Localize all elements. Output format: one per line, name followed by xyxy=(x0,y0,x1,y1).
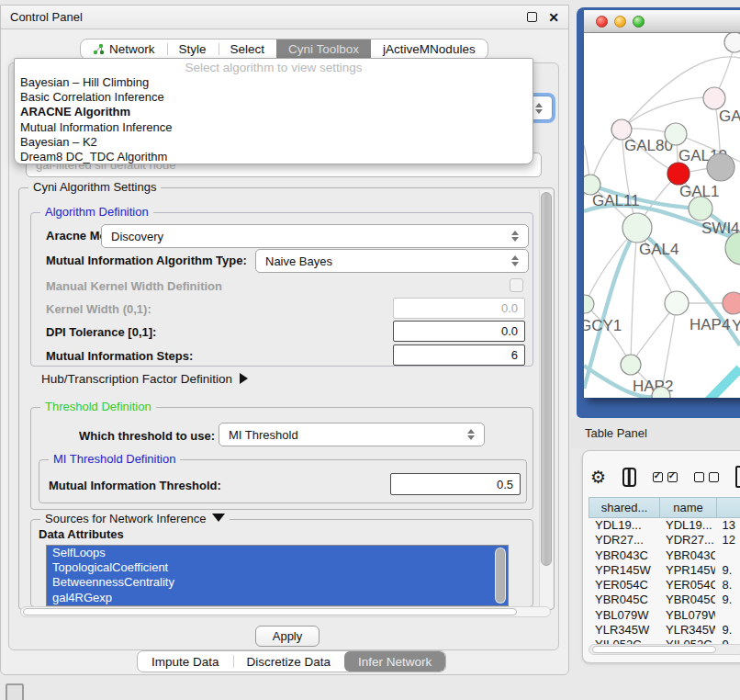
table-cell[interactable]: YDL19... xyxy=(589,518,659,533)
dropdown-placeholder: Select algorithm to view settings xyxy=(15,60,533,75)
table-cell[interactable]: YBR045C xyxy=(589,593,659,607)
table-cell[interactable]: YLR345W xyxy=(589,623,659,638)
attribute-list-item[interactable]: SelfLoops xyxy=(47,546,508,560)
network-node[interactable] xyxy=(723,292,740,314)
tab-impute-data[interactable]: Impute Data xyxy=(138,651,233,672)
table-cell[interactable]: 13 xyxy=(715,518,740,533)
network-node[interactable] xyxy=(584,295,594,313)
table-cell[interactable]: YER054C xyxy=(659,578,715,593)
gear-icon[interactable]: ⚙ xyxy=(590,469,606,486)
table-cell[interactable]: YBL079W xyxy=(659,608,715,623)
column-header-shared-name[interactable]: shared... xyxy=(589,497,659,518)
settings-vscrollbar[interactable] xyxy=(539,190,553,608)
tab-network[interactable]: Network xyxy=(81,40,167,59)
tab-style[interactable]: Style xyxy=(167,40,219,59)
column-header-partial[interactable] xyxy=(716,497,740,518)
table-row[interactable]: YBR043CYBR043C xyxy=(589,548,740,563)
table-cell[interactable]: YPR145W xyxy=(589,563,659,578)
columns-icon[interactable] xyxy=(622,468,636,487)
table-row[interactable]: YBL079WYBL079W xyxy=(589,608,740,623)
list-vscrollbar[interactable] xyxy=(495,548,506,604)
mi-steps-label: Mutual Information Steps: xyxy=(46,349,193,363)
table-cell[interactable]: YBR043C xyxy=(589,548,659,563)
tab-jactivemnodules[interactable]: jActiveMNodules xyxy=(371,40,488,59)
dropdown-item[interactable]: Dream8 DC_TDC Algorithm xyxy=(15,150,533,164)
dropdown-item[interactable]: ARACNE Algorithm xyxy=(15,105,533,119)
table-row[interactable]: YPR145WYPR145W9. xyxy=(589,563,740,578)
table-cell[interactable] xyxy=(715,548,740,563)
manual-kernel-checkbox[interactable] xyxy=(510,278,523,292)
table-cell[interactable]: 9. xyxy=(715,563,740,578)
collapsed-panel-icon[interactable] xyxy=(6,683,24,700)
dropdown-item[interactable]: Bayesian – Hill Climbing xyxy=(15,75,533,90)
dropdown-item[interactable]: Mutual Information Inference xyxy=(15,120,533,135)
table-panel-bar: Table Panel xyxy=(571,418,740,448)
hub-definition-expander[interactable]: Hub/Transcription Factor Definition xyxy=(41,372,248,386)
mi-steps-field[interactable]: 6 xyxy=(393,344,525,366)
close-icon[interactable]: ✕ xyxy=(548,11,559,24)
network-node-label: GAL1 xyxy=(679,183,719,200)
kernel-width-field[interactable]: 0.0 xyxy=(393,298,525,319)
table-row[interactable]: YLR345WYLR345W9. xyxy=(589,623,740,638)
mi-type-combobox[interactable]: Naive Bayes xyxy=(255,249,529,273)
table-cell[interactable]: YDR27... xyxy=(659,533,715,548)
float-panel-icon[interactable] xyxy=(527,12,537,22)
minimize-button[interactable] xyxy=(614,16,626,28)
mi-type-label: Mutual Information Algorithm Type: xyxy=(46,254,247,267)
tab-infer-network[interactable]: Infer Network xyxy=(344,651,445,672)
clear-selection-checkbox-icon[interactable] xyxy=(694,472,719,482)
table-row[interactable]: YDL19...YDL19...13 xyxy=(589,518,740,533)
data-attributes-list[interactable]: SelfLoopsTopologicalCoefficientBetweenne… xyxy=(46,545,509,606)
table-cell[interactable]: YLR345W xyxy=(659,623,715,638)
select-all-checkbox-icon[interactable] xyxy=(653,472,678,482)
table-cell[interactable]: YBR045C xyxy=(659,593,715,607)
table-cell[interactable]: YER054C xyxy=(589,578,659,593)
network-node[interactable] xyxy=(707,153,734,181)
table-row[interactable]: YDR27...YDR27...12 xyxy=(589,533,740,548)
table-cell[interactable]: YBL079W xyxy=(589,608,659,623)
network-node[interactable] xyxy=(621,355,641,375)
which-threshold-combobox[interactable]: MI Threshold xyxy=(219,423,485,446)
network-node[interactable] xyxy=(622,213,652,243)
tab-discretize-data[interactable]: Discretize Data xyxy=(233,651,345,672)
table-cell[interactable]: YDR27... xyxy=(589,533,659,548)
apply-button[interactable]: Apply xyxy=(255,626,320,647)
tab-select[interactable]: Select xyxy=(219,40,277,59)
dropdown-item[interactable]: Bayesian – K2 xyxy=(15,135,533,150)
sources-group: Sources for Network Inference Data Attri… xyxy=(30,519,533,607)
dpi-tolerance-field[interactable]: 0.0 xyxy=(393,321,525,342)
aracne-mode-combobox[interactable]: Discovery xyxy=(101,224,529,248)
combo-arrows-icon xyxy=(467,429,475,440)
network-node[interactable] xyxy=(665,291,689,315)
dropdown-item[interactable]: Basic Correlation Inference xyxy=(15,90,533,105)
attribute-list-item[interactable]: BetweennessCentrality xyxy=(47,575,508,590)
mi-threshold-label: Mutual Information Threshold: xyxy=(49,479,221,492)
settings-hscrollbar[interactable] xyxy=(20,606,551,617)
sources-expander[interactable]: Sources for Network Inference xyxy=(40,512,230,525)
table-row[interactable]: YBR045CYBR045C9. xyxy=(589,593,740,607)
network-node[interactable] xyxy=(724,33,740,52)
table-cell[interactable]: YBR043C xyxy=(659,548,715,563)
table-row[interactable]: YER054CYER054C8. xyxy=(589,578,740,593)
network-canvas[interactable]: GAL7GAL80GAL10GAL11GAL1SWI4GAL4GCY1HAP4Y… xyxy=(584,33,740,398)
tab-cyni-toolbox[interactable]: Cyni Toolbox xyxy=(276,40,371,59)
table-cell[interactable]: 12 xyxy=(715,533,740,548)
network-node[interactable] xyxy=(665,123,687,145)
table-cell[interactable]: 9. xyxy=(715,623,740,638)
column-header-name[interactable]: name xyxy=(659,497,715,518)
export-table-icon[interactable] xyxy=(735,466,740,488)
table-cell[interactable] xyxy=(715,608,740,623)
attribute-list-item[interactable]: TopologicalCoefficient xyxy=(47,560,508,575)
network-node[interactable] xyxy=(703,87,725,109)
zoom-button[interactable] xyxy=(633,16,645,28)
mi-threshold-field[interactable]: 0.5 xyxy=(390,473,521,495)
table-cell[interactable]: 8. xyxy=(715,578,740,593)
table-cell[interactable]: YPR145W xyxy=(659,563,715,578)
table-hscrollbar[interactable] xyxy=(589,644,740,655)
table-cell[interactable]: YDL19... xyxy=(659,518,715,533)
network-node[interactable] xyxy=(667,163,690,185)
table-cell[interactable]: 9. xyxy=(715,593,740,607)
close-button[interactable] xyxy=(596,16,608,28)
attribute-list-item[interactable]: gal4RGexp xyxy=(47,591,508,605)
which-threshold-value: MI Threshold xyxy=(229,428,298,442)
